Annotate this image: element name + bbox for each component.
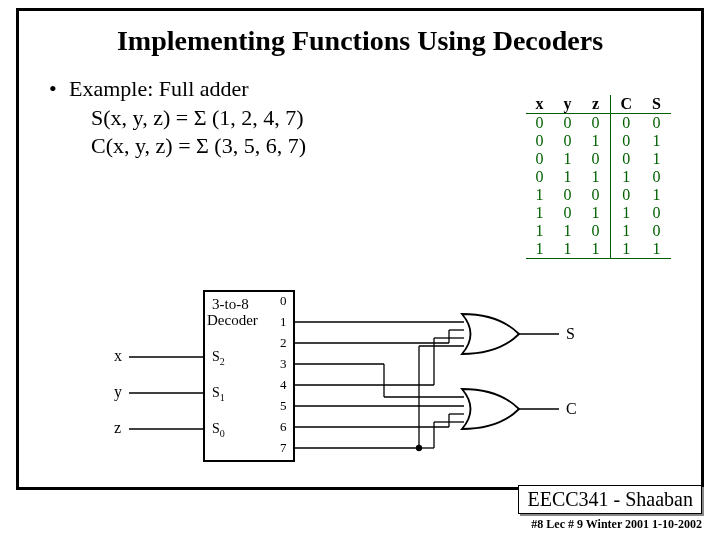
table-cell: 1 [610,240,642,259]
table-cell: 0 [554,132,582,150]
th-y: y [554,95,582,114]
wires-s [294,322,464,448]
input-y: y S1 [114,383,225,403]
truth-table: x y z C S 000000010101001011101000110110… [526,95,671,259]
table-cell: 1 [642,240,671,259]
svg-text:S2: S2 [212,349,225,367]
svg-text:C: C [566,400,577,417]
table-cell: 0 [610,132,642,150]
table-cell: 0 [526,132,554,150]
svg-text:x: x [114,347,122,364]
table-cell: 0 [610,150,642,168]
th-x: x [526,95,554,114]
or-gate-c: C [462,389,577,429]
block-label-1: 3-to-8 [212,296,249,312]
decoder-output-label: 7 [280,440,287,455]
table-cell: 1 [526,240,554,259]
decoder-output-label: 3 [280,356,287,371]
table-cell: 0 [526,168,554,186]
table-cell: 1 [582,168,611,186]
table-cell: 0 [642,222,671,240]
decoder-output-label: 2 [280,335,287,350]
slide-title: Implementing Functions Using Decoders [43,25,677,57]
table-cell: 1 [610,168,642,186]
th-z: z [582,95,611,114]
table-cell: 0 [642,114,671,133]
input-z: z S0 [114,419,225,439]
table-cell: 1 [642,186,671,204]
table-cell: 0 [582,222,611,240]
decoder-diagram: 3-to-8 Decoder x S2 y S1 z S0 01234567 [104,281,624,481]
table-cell: 0 [610,114,642,133]
table-cell: 1 [526,222,554,240]
table-cell: 1 [526,204,554,222]
table-cell: 1 [526,186,554,204]
table-cell: 1 [554,150,582,168]
th-c: C [610,95,642,114]
table-cell: 1 [610,204,642,222]
bullet-dot: • [49,75,69,104]
table-cell: 1 [610,222,642,240]
th-s: S [642,95,671,114]
table-cell: 0 [554,186,582,204]
table-cell: 1 [582,204,611,222]
or-gate-s: S [462,314,575,354]
svg-text:S: S [566,325,575,342]
table-cell: 0 [582,186,611,204]
decoder-output-label: 0 [280,293,287,308]
decoder-output-label: 5 [280,398,287,413]
table-cell: 0 [526,114,554,133]
table-cell: 0 [642,168,671,186]
table-cell: 0 [554,204,582,222]
table-cell: 0 [582,150,611,168]
table-cell: 1 [554,222,582,240]
table-cell: 0 [554,114,582,133]
input-x: x S2 [114,347,225,367]
block-label-2: Decoder [207,312,258,328]
table-cell: 1 [582,132,611,150]
table-cell: 1 [642,132,671,150]
footer-line: #8 Lec # 9 Winter 2001 1-10-2002 [531,517,702,532]
footer-box: EECC341 - Shaaban [518,485,702,514]
decoder-output-label: 6 [280,419,287,434]
table-cell: 1 [642,150,671,168]
table-cell: 1 [554,240,582,259]
table-cell: 0 [582,114,611,133]
svg-text:y: y [114,383,122,401]
decoder-output-label: 4 [280,377,287,392]
table-cell: 1 [554,168,582,186]
table-cell: 0 [526,150,554,168]
table-cell: 1 [582,240,611,259]
svg-text:S1: S1 [212,385,225,403]
bullet-text: Example: Full adder [69,75,249,104]
table-cell: 0 [642,204,671,222]
svg-text:S0: S0 [212,421,225,439]
wires-c [294,364,464,451]
svg-text:z: z [114,419,121,436]
decoder-output-label: 1 [280,314,287,329]
table-cell: 0 [610,186,642,204]
